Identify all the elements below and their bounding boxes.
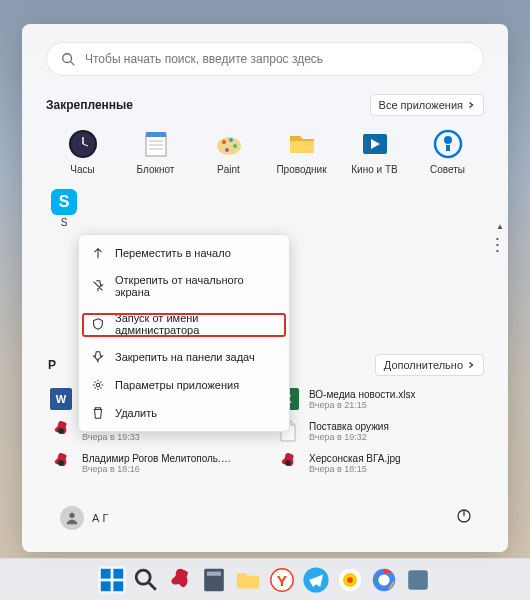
ctx-unpin-start[interactable]: Открепить от начального экрана — [79, 267, 289, 305]
calculator-icon — [200, 566, 228, 594]
ctx-run-admin[interactable]: Запуск от имени администратора — [79, 305, 289, 343]
shield-icon — [91, 317, 105, 331]
recent-item[interactable]: X ВО-медиа новости.xlsxВчера в 21:15 — [275, 386, 484, 412]
unpin-icon — [91, 279, 105, 293]
ctx-app-settings[interactable]: Параметры приложения — [79, 371, 289, 399]
pin-icon — [91, 350, 105, 364]
svg-point-0 — [63, 54, 72, 63]
paint-icon — [213, 128, 245, 160]
svg-point-22 — [58, 460, 64, 466]
chevron-right-icon — [467, 101, 475, 109]
svg-point-42 — [378, 574, 389, 585]
all-apps-button[interactable]: Все приложения — [370, 94, 484, 116]
browser-icon — [336, 566, 364, 594]
chrome-icon — [370, 566, 398, 594]
image-icon — [275, 450, 301, 476]
svg-rect-43 — [408, 570, 428, 590]
svg-point-13 — [229, 138, 233, 142]
taskbar-explorer[interactable] — [234, 566, 262, 594]
pinned-app-notepad[interactable]: Блокнот — [119, 128, 192, 175]
svg-point-20 — [96, 383, 100, 387]
user-account-button[interactable]: А Г — [60, 506, 108, 530]
ctx-pin-taskbar[interactable]: Закрепить на панели задач — [79, 343, 289, 371]
svg-point-18 — [444, 136, 452, 144]
svg-point-12 — [222, 140, 226, 144]
image-icon — [48, 418, 74, 444]
svg-point-21 — [58, 428, 64, 434]
pinned-apps-row: Часы Блокнот Paint Проводник Кино и ТВ С… — [46, 128, 484, 175]
taskbar-browser[interactable] — [336, 566, 364, 594]
svg-rect-29 — [101, 581, 111, 591]
power-button[interactable] — [456, 508, 472, 528]
taskbar-app[interactable] — [166, 566, 194, 594]
recent-item[interactable]: Херсонская ВГА.jpgВчера в 18:15 — [275, 450, 484, 476]
svg-point-23 — [285, 460, 291, 466]
ctx-move-to-top[interactable]: Переместить в начало — [79, 239, 289, 267]
svg-point-31 — [136, 570, 150, 584]
user-name: А Г — [92, 512, 108, 524]
svg-point-14 — [233, 144, 237, 148]
pinned-header: Закрепленные Все приложения — [46, 94, 484, 116]
more-dots-icon[interactable]: ▲••• — [496, 225, 504, 253]
pinned-title: Закрепленные — [46, 98, 133, 112]
image-icon — [48, 450, 74, 476]
pinned-app-movies[interactable]: Кино и ТВ — [338, 128, 411, 175]
svg-rect-7 — [146, 132, 166, 137]
word-icon: W — [50, 388, 72, 410]
trash-icon — [91, 406, 105, 420]
context-menu: Переместить в начало Открепить от началь… — [78, 234, 290, 432]
svg-rect-27 — [101, 568, 111, 578]
recent-item[interactable]: Владимир Рогов Мелитополь.jpgВчера в 18:… — [48, 450, 257, 476]
pinned-app-clock[interactable]: Часы — [46, 128, 119, 175]
pinned-app-tips[interactable]: Советы — [411, 128, 484, 175]
app-icon — [404, 566, 432, 594]
svg-line-32 — [149, 582, 156, 589]
clock-icon — [67, 128, 99, 160]
search-placeholder: Чтобы начать поиск, введите запрос здесь — [85, 52, 323, 66]
telegram-icon — [302, 566, 330, 594]
windows-icon — [98, 566, 126, 594]
taskbar-start-button[interactable] — [98, 566, 126, 594]
folder-icon — [286, 128, 318, 160]
svg-rect-30 — [113, 581, 123, 591]
avatar-icon — [60, 506, 84, 530]
recommended-title: Р — [48, 358, 56, 372]
taskbar-calculator[interactable] — [200, 566, 228, 594]
taskbar-app2[interactable] — [404, 566, 432, 594]
tips-icon — [432, 128, 464, 160]
notepad-icon — [140, 128, 172, 160]
svg-point-40 — [347, 577, 353, 583]
folder-icon — [234, 566, 262, 594]
ctx-delete[interactable]: Удалить — [79, 399, 289, 427]
pinned-app-explorer[interactable]: Проводник — [265, 128, 338, 175]
svg-point-15 — [225, 148, 229, 152]
svg-rect-19 — [446, 145, 450, 151]
chevron-right-icon — [467, 361, 475, 369]
svg-point-11 — [217, 137, 241, 155]
search-icon — [132, 566, 160, 594]
gear-icon — [91, 378, 105, 392]
more-button[interactable]: Дополнительно — [375, 354, 484, 376]
search-icon — [61, 52, 75, 66]
skype-icon: S — [51, 189, 77, 215]
svg-rect-34 — [207, 571, 221, 575]
arrow-up-icon — [91, 246, 105, 260]
yandex-icon: Y — [268, 566, 296, 594]
svg-text:Y: Y — [277, 571, 288, 588]
svg-line-1 — [71, 62, 75, 66]
taskbar-telegram[interactable] — [302, 566, 330, 594]
taskbar-yandex[interactable]: Y — [268, 566, 296, 594]
pinned-app-paint[interactable]: Paint — [192, 128, 265, 175]
taskbar: Y — [0, 558, 530, 600]
movies-icon — [359, 128, 391, 160]
svg-point-24 — [69, 513, 74, 518]
search-box[interactable]: Чтобы начать поиск, введите запрос здесь — [46, 42, 484, 76]
app-icon — [166, 566, 194, 594]
taskbar-chrome[interactable] — [370, 566, 398, 594]
pinned-app-skype[interactable]: S S — [46, 189, 484, 228]
recent-item[interactable]: Поставка оружияВчера в 19:32 — [275, 418, 484, 444]
power-icon — [456, 508, 472, 524]
taskbar-search[interactable] — [132, 566, 160, 594]
svg-rect-28 — [113, 568, 123, 578]
